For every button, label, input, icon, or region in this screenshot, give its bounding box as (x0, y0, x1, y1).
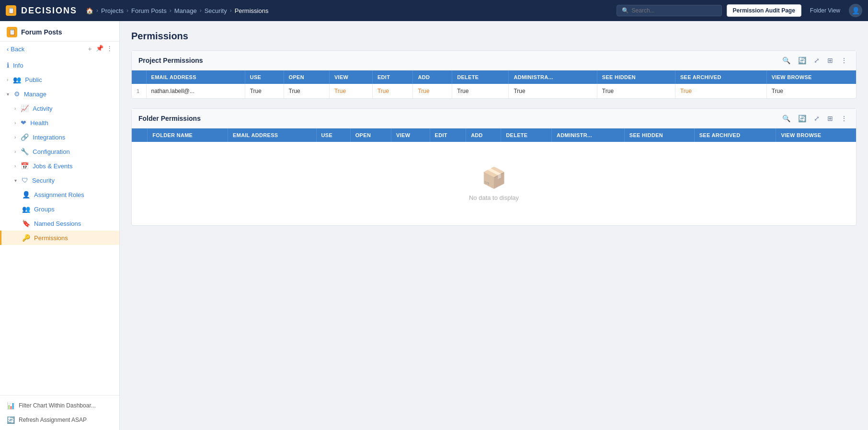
groups-icon: 👥 (22, 205, 30, 213)
back-actions: ＋ 📌 ⋮ (87, 45, 113, 53)
col-view[interactable]: VIEW (329, 70, 372, 84)
expand-btn[interactable]: ⤢ (812, 56, 822, 65)
sidebar-item-jobs-events[interactable]: › 📅 Jobs & Events (0, 159, 119, 173)
col-see-hidden[interactable]: SEE HIDDEN (597, 70, 675, 84)
search-bar[interactable]: 🔍 (617, 5, 722, 16)
nav-label-security: Security (32, 177, 55, 184)
sidebar-item-info[interactable]: ℹ Info (0, 58, 119, 72)
folder-permissions-header: Folder Permissions 🔍 🔄 ⤢ ⊞ ⋮ (132, 109, 856, 128)
nav-label-refresh-assignment: Refresh Assignment ASAP (19, 417, 87, 423)
breadcrumb-security[interactable]: Security (205, 7, 227, 14)
search-btn[interactable]: 🔍 (780, 56, 792, 65)
sidebar-item-configuration[interactable]: › 🔧 Configuration (0, 144, 119, 159)
chevron-activity: › (14, 106, 16, 111)
nav-label-permissions: Permissions (34, 234, 68, 242)
fcol-email[interactable]: EMAIL ADDRESS (228, 128, 316, 142)
sidebar-item-named-sessions[interactable]: 🔖 Named Sessions (0, 216, 119, 231)
sep5: › (230, 7, 232, 14)
cell-open: True (284, 84, 329, 98)
col-delete[interactable]: DELETE (452, 70, 509, 84)
top-nav: 📋 DECISIONS 🏠 › Projects › Forum Posts ›… (0, 0, 868, 21)
folder-view-button[interactable]: Folder View (806, 5, 844, 16)
refresh-btn[interactable]: 🔄 (796, 56, 808, 65)
fcol-edit[interactable]: EDIT (430, 128, 466, 142)
col-edit[interactable]: EDIT (372, 70, 412, 84)
breadcrumb-forum-posts[interactable]: Forum Posts (131, 7, 167, 14)
fcol-see-hidden[interactable]: SEE HIDDEN (624, 128, 694, 142)
col-open[interactable]: OPEN (284, 70, 329, 84)
sidebar-item-manage[interactable]: ▾ ⚙ Manage (0, 87, 119, 101)
fcol-folder-name[interactable]: FOLDER NAME (148, 128, 228, 142)
cell-see-hidden: True (597, 84, 675, 98)
activity-icon: 📈 (21, 105, 29, 112)
sidebar-item-public[interactable]: › 👥 Public (0, 72, 119, 87)
col-administra[interactable]: ADMINISTRA... (509, 70, 597, 84)
fcol-open[interactable]: OPEN (350, 128, 391, 142)
nav-label-info: Info (13, 62, 23, 69)
fcol-add[interactable]: ADD (466, 128, 501, 142)
fcol-see-archived[interactable]: SEE ARCHIVED (694, 128, 776, 142)
nav-label-manage: Manage (24, 91, 46, 98)
nav-label-health: Health (30, 119, 48, 127)
cell-num: 1 (132, 84, 146, 98)
col-email[interactable]: EMAIL ADDRESS (146, 70, 245, 84)
more-btn[interactable]: ⋮ (839, 56, 849, 65)
nav-label-jobs: Jobs & Events (33, 163, 72, 170)
project-permissions-section: Project Permissions 🔍 🔄 ⤢ ⊞ ⋮ EMAIL ADDR… (131, 50, 857, 99)
sidebar-item-filter-chart[interactable]: 📊 Filter Chart Within Dashboar... (0, 398, 119, 413)
sidebar-item-activity[interactable]: › 📈 Activity (0, 101, 119, 116)
main-content: Permissions Project Permissions 🔍 🔄 ⤢ ⊞ … (120, 21, 868, 430)
folder-search-btn[interactable]: 🔍 (780, 114, 792, 123)
health-icon: ❤ (21, 119, 26, 127)
breadcrumb-manage[interactable]: Manage (174, 7, 197, 14)
folder-more-btn[interactable]: ⋮ (839, 114, 849, 123)
main-layout: 📋 Forum Posts ‹ Back ＋ 📌 ⋮ ℹ Info › 👥 Pu… (0, 21, 868, 430)
permission-audit-button[interactable]: Permission Audit Page (727, 4, 801, 17)
chevron-integrations: › (14, 135, 16, 140)
cell-edit: True (372, 84, 412, 98)
pin-icon[interactable]: 📌 (96, 45, 103, 53)
page-title: Permissions (131, 31, 857, 42)
fcol-num (132, 128, 148, 142)
col-view-browse[interactable]: VIEW BROWSE (766, 70, 856, 84)
breadcrumb-home[interactable]: 🏠 (86, 7, 93, 14)
chevron-jobs: › (14, 163, 16, 169)
fcol-delete[interactable]: DELETE (501, 128, 552, 142)
folder-refresh-btn[interactable]: 🔄 (796, 114, 808, 123)
chevron-security: ▾ (14, 178, 17, 183)
fcol-view-browse[interactable]: VIEW BROWSE (776, 128, 856, 142)
search-input[interactable] (632, 7, 717, 14)
cell-add: True (413, 84, 452, 98)
folder-expand-btn[interactable]: ⤢ (812, 114, 822, 123)
sidebar-item-permissions[interactable]: 🔑 Permissions (0, 231, 119, 245)
fcol-use[interactable]: USE (316, 128, 350, 142)
sidebar-item-health[interactable]: › ❤ Health (0, 116, 119, 130)
col-use[interactable]: USE (245, 70, 284, 84)
project-permissions-actions: 🔍 🔄 ⤢ ⊞ ⋮ (780, 56, 849, 65)
sidebar-item-groups[interactable]: 👥 Groups (0, 202, 119, 216)
sidebar-nav: ℹ Info › 👥 Public ▾ ⚙ Manage › 📈 Activit… (0, 58, 119, 395)
folder-columns-btn[interactable]: ⊞ (825, 114, 835, 123)
chevron-manage: ▾ (7, 92, 9, 97)
named-sessions-icon: 🔖 (22, 220, 30, 227)
cell-delete: True (452, 84, 509, 98)
fcol-administr[interactable]: ADMINISTR... (552, 128, 625, 142)
sidebar-item-security[interactable]: ▾ 🛡 Security (0, 173, 119, 187)
add-icon[interactable]: ＋ (87, 45, 93, 53)
sidebar-item-integrations[interactable]: › 🔗 Integrations (0, 130, 119, 144)
sidebar-back-button[interactable]: ‹ Back ＋ 📌 ⋮ (0, 42, 119, 58)
fcol-view[interactable]: VIEW (391, 128, 430, 142)
col-add[interactable]: ADD (413, 70, 452, 84)
columns-btn[interactable]: ⊞ (825, 56, 835, 65)
sep3: › (170, 7, 171, 14)
folder-table-empty-row: 📦 No data to display (132, 142, 856, 225)
breadcrumb-projects[interactable]: Projects (101, 7, 124, 14)
col-see-archived[interactable]: SEE ARCHIVED (675, 70, 766, 84)
sidebar-item-refresh-assignment[interactable]: 🔄 Refresh Assignment ASAP (0, 413, 119, 427)
nav-label-named-sessions: Named Sessions (34, 220, 81, 227)
sidebar-item-assignment-roles[interactable]: 👤 Assignment Roles (0, 187, 119, 202)
avatar[interactable]: 👤 (849, 4, 862, 17)
project-permissions-table: EMAIL ADDRESS USE OPEN VIEW EDIT ADD DEL… (132, 70, 856, 98)
integrations-icon: 🔗 (21, 133, 29, 141)
more-icon[interactable]: ⋮ (106, 45, 113, 53)
